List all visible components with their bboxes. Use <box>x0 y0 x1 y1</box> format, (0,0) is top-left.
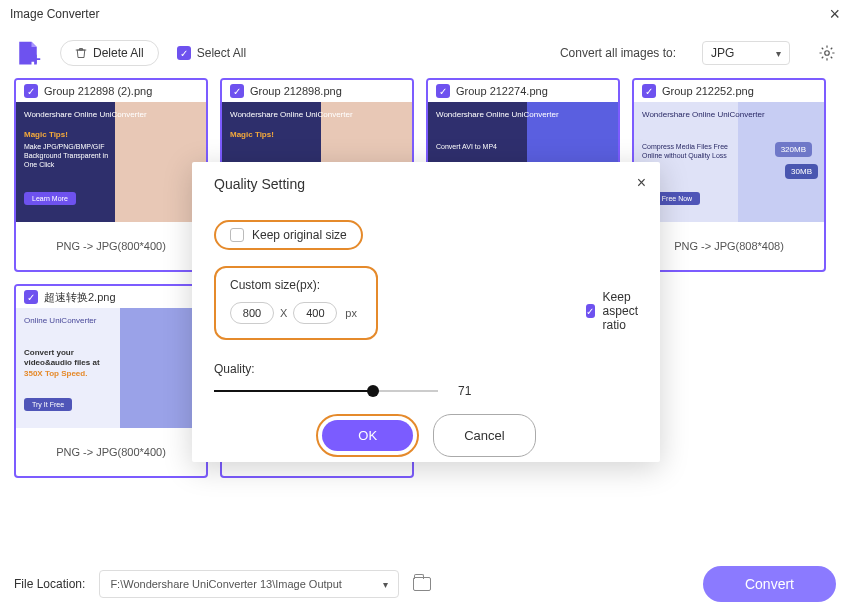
image-card[interactable]: ✓ 超速转换2.png Online UniConverter Convert … <box>14 284 208 478</box>
footer-bar: File Location: F:\Wondershare UniConvert… <box>0 552 850 616</box>
thumb-brand: Online UniConverter <box>24 316 96 325</box>
quality-setting-dialog: Quality Setting × Keep original size Cus… <box>192 162 660 462</box>
file-location-path: F:\Wondershare UniConverter 13\Image Out… <box>110 578 342 590</box>
thumb-sub: Convert AVI to MP4 <box>436 142 497 151</box>
document-add-icon <box>14 39 42 67</box>
chevron-down-icon: ▾ <box>776 48 781 59</box>
px-label: px <box>345 307 357 319</box>
custom-size-label: Custom size(px): <box>230 278 362 292</box>
thumb-btn: Learn More <box>24 192 76 205</box>
svg-rect-1 <box>35 55 37 64</box>
gear-icon[interactable] <box>818 44 836 62</box>
card-header: ✓ Group 212898 (2).png <box>16 80 206 102</box>
thumb-btn: Try It Free <box>24 398 72 411</box>
file-location-label: File Location: <box>14 577 85 591</box>
select-all-checkbox[interactable]: ✓ Select All <box>177 46 246 60</box>
width-input[interactable]: 800 <box>230 302 274 324</box>
image-card[interactable]: ✓ Group 212252.png Wondershare Online Un… <box>632 78 826 272</box>
format-value: JPG <box>711 46 734 60</box>
select-all-label: Select All <box>197 46 246 60</box>
thumbnail: Wondershare Online UniConverter Magic Ti… <box>16 102 206 222</box>
thumb-sub: Compress Media Files Free Online without… <box>642 142 732 160</box>
close-icon[interactable]: × <box>829 4 840 25</box>
slider-fill <box>214 390 373 392</box>
checkbox-checked-icon[interactable]: ✓ <box>436 84 450 98</box>
checkbox-checked-icon[interactable]: ✓ <box>24 290 38 304</box>
thumb-pill: 30MB <box>785 164 818 179</box>
card-header: ✓ Group 212274.png <box>428 80 618 102</box>
file-name: 超速转换2.png <box>44 290 116 305</box>
checkbox-checked-icon: ✓ <box>586 304 595 318</box>
checkbox-checked-icon: ✓ <box>177 46 191 60</box>
thumb-brand: Wondershare Online UniConverter <box>436 110 559 119</box>
cancel-button[interactable]: Cancel <box>433 414 535 457</box>
file-location-select[interactable]: F:\Wondershare UniConverter 13\Image Out… <box>99 570 399 598</box>
slider-knob[interactable] <box>367 385 379 397</box>
delete-all-button[interactable]: Delete All <box>60 40 159 66</box>
convert-to-label: Convert all images to: <box>560 46 676 60</box>
file-name: Group 212274.png <box>456 85 548 97</box>
keep-aspect-ratio-label: Keep aspect ratio <box>603 290 660 332</box>
quality-label: Quality: <box>214 362 638 376</box>
file-name: Group 212252.png <box>662 85 754 97</box>
file-name: Group 212898 (2).png <box>44 85 152 97</box>
close-icon[interactable]: × <box>637 174 646 192</box>
convert-button[interactable]: Convert <box>703 566 836 602</box>
ok-button-highlight: OK <box>316 414 419 457</box>
dimension-separator: X <box>280 307 287 319</box>
thumb-brand: Wondershare Online UniConverter <box>24 110 147 119</box>
card-header: ✓ Group 212252.png <box>634 80 824 102</box>
delete-all-label: Delete All <box>93 46 144 60</box>
checkbox-checked-icon[interactable]: ✓ <box>24 84 38 98</box>
checkbox-checked-icon[interactable]: ✓ <box>642 84 656 98</box>
card-footer: PNG -> JPG(800*400) <box>16 222 206 270</box>
height-input[interactable]: 400 <box>293 302 337 324</box>
thumb-brand: Wondershare Online UniConverter <box>230 110 353 119</box>
window-title: Image Converter <box>10 7 99 21</box>
thumbnail: Online UniConverter Convert yourvideo&au… <box>16 308 206 428</box>
custom-size-group: Custom size(px): 800 X 400 px <box>214 266 378 340</box>
quality-value: 71 <box>458 384 471 398</box>
keep-original-label: Keep original size <box>252 228 347 242</box>
thumb-brand: Wondershare Online UniConverter <box>642 110 765 119</box>
ok-button[interactable]: OK <box>322 420 413 451</box>
toolbar: Delete All ✓ Select All Convert all imag… <box>0 28 850 78</box>
thumb-tag: Magic Tips! <box>24 130 68 139</box>
open-folder-button[interactable] <box>413 577 431 591</box>
quality-slider[interactable] <box>214 390 438 392</box>
thumb-tag: Magic Tips! <box>230 130 274 139</box>
titlebar: Image Converter × <box>0 0 850 28</box>
keep-original-size-option[interactable]: Keep original size <box>214 220 363 250</box>
keep-aspect-ratio-checkbox[interactable]: ✓ Keep aspect ratio <box>586 290 660 332</box>
card-header: ✓ Group 212898.png <box>222 80 412 102</box>
thumb-sub: Convert yourvideo&audio files at350X Top… <box>24 348 100 379</box>
add-image-button[interactable] <box>14 39 42 67</box>
image-card[interactable]: ✓ Group 212898 (2).png Wondershare Onlin… <box>14 78 208 272</box>
trash-icon <box>75 47 87 59</box>
checkbox-unchecked-icon <box>230 228 244 242</box>
thumb-sub: Make JPG/PNG/BMP/GIF Background Transpar… <box>24 142 114 169</box>
chevron-down-icon: ▾ <box>383 579 388 590</box>
card-header: ✓ 超速转换2.png <box>16 286 206 308</box>
dialog-title: Quality Setting <box>214 176 638 192</box>
format-select[interactable]: JPG ▾ <box>702 41 790 65</box>
thumb-pill: 320MB <box>775 142 812 157</box>
card-footer: PNG -> JPG(808*408) <box>634 222 824 270</box>
svg-point-2 <box>825 51 830 56</box>
card-footer: PNG -> JPG(800*400) <box>16 428 206 476</box>
thumbnail: Wondershare Online UniConverter Compress… <box>634 102 824 222</box>
file-name: Group 212898.png <box>250 85 342 97</box>
checkbox-checked-icon[interactable]: ✓ <box>230 84 244 98</box>
